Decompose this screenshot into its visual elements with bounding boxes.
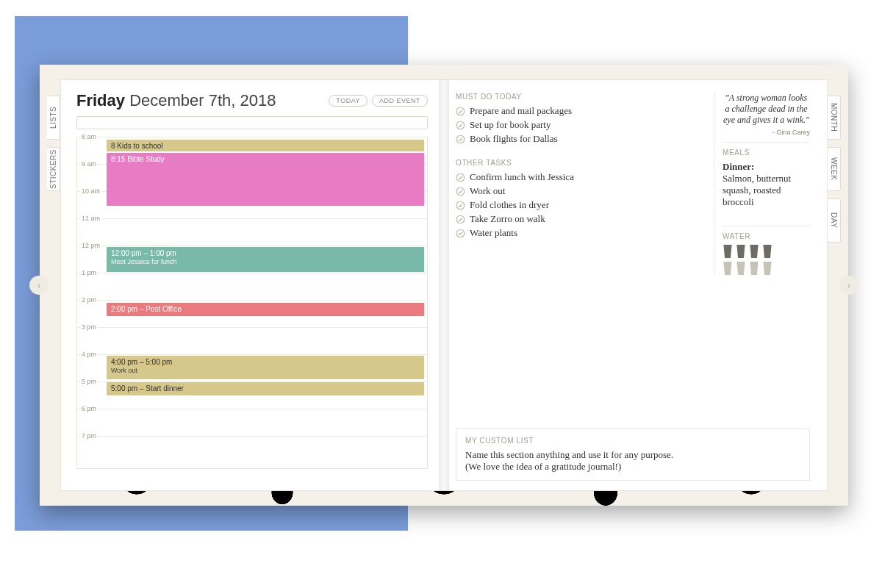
task-item[interactable]: Confirm lunch with Jessica xyxy=(456,171,704,183)
water-cup-icon[interactable] xyxy=(736,245,746,258)
task-item[interactable]: Set up for book party xyxy=(456,119,704,131)
custom-list-title: MY CUSTOM LIST xyxy=(465,437,800,445)
calendar-event-sub: Meet Jessica for lunch xyxy=(111,258,420,266)
task-text: Work out xyxy=(470,185,505,197)
hour-label: 4 pm xyxy=(80,351,98,358)
task-text: Fold clothes in dryer xyxy=(470,199,549,211)
tab-month[interactable]: MONTH xyxy=(828,96,841,140)
today-button[interactable]: TODAY xyxy=(329,95,368,107)
meals-title: MEALS xyxy=(723,148,810,157)
calendar-event-sub: Work out xyxy=(111,367,420,375)
task-item[interactable]: Take Zorro on walk xyxy=(456,213,704,225)
water-title: WATER xyxy=(723,232,810,240)
task-item[interactable]: Water plants xyxy=(456,227,704,239)
water-cup-icon[interactable] xyxy=(736,262,746,275)
task-text: Set up for book party xyxy=(470,119,551,131)
add-event-button[interactable]: ADD EVENT xyxy=(372,95,428,107)
meals-text: Salmon, butternut squash, roasted brocco… xyxy=(723,173,810,208)
calendar-event[interactable]: 12:00 pm – 1:00 pmMeet Jessica for lunch xyxy=(107,247,424,272)
water-cup-icon[interactable] xyxy=(749,245,759,258)
daily-quote: "A strong woman looks a challenge dead i… xyxy=(723,93,810,126)
tab-lists[interactable]: LISTS xyxy=(47,96,60,140)
calendar-event[interactable]: 8:15 Bible Study xyxy=(107,153,424,206)
page-date-rest: December 7th, 2018 xyxy=(129,91,276,110)
next-page-button[interactable]: › xyxy=(839,276,858,295)
check-icon[interactable] xyxy=(456,173,465,182)
task-text: Water plants xyxy=(470,227,517,239)
check-icon[interactable] xyxy=(456,135,465,144)
calendar-event[interactable]: 4:00 pm – 5:00 pmWork out xyxy=(107,356,424,379)
task-item[interactable]: Book flights for Dallas xyxy=(456,133,704,145)
must-do-list: Prepare and mail packagesSet up for book… xyxy=(456,105,704,145)
day-schedule[interactable]: 8 am9 am10 am11 am12 pm1 pm2 pm3 pm4 pm5… xyxy=(76,137,428,469)
check-icon[interactable] xyxy=(456,215,465,224)
tab-day[interactable]: DAY xyxy=(828,198,841,243)
water-cup-icon[interactable] xyxy=(762,262,772,275)
custom-list-line2: (We love the idea of a gratitude journal… xyxy=(465,461,800,473)
task-item[interactable]: Work out xyxy=(456,185,704,197)
right-page: MUST DO TODAY Prepare and mail packagesS… xyxy=(444,79,828,491)
custom-list-box[interactable]: MY CUSTOM LIST Name this section anythin… xyxy=(456,429,810,481)
task-text: Book flights for Dallas xyxy=(470,133,558,145)
calendar-event[interactable]: 5:00 pm – Start dinner xyxy=(107,382,424,395)
task-item[interactable]: Fold clothes in dryer xyxy=(456,199,704,211)
hour-label: 10 am xyxy=(80,187,101,195)
planner-book: ‹ › LISTS STICKERS MONTH WEEK DAY Friday… xyxy=(40,65,848,506)
left-page: Friday December 7th, 2018 TODAY ADD EVEN… xyxy=(60,79,444,491)
hour-label: 11 am xyxy=(80,215,101,222)
hour-label: 7 pm xyxy=(80,432,98,440)
prev-page-button[interactable]: ‹ xyxy=(29,276,49,295)
task-text: Prepare and mail packages xyxy=(470,105,572,117)
calendar-event[interactable]: 8 Kids to school xyxy=(107,140,424,151)
events-layer: 8 Kids to school8:15 Bible Study12:00 pm… xyxy=(107,137,424,468)
check-icon[interactable] xyxy=(456,121,465,130)
check-icon[interactable] xyxy=(456,187,465,196)
page-date: Friday December 7th, 2018 xyxy=(76,91,276,110)
water-tracker[interactable] xyxy=(723,245,810,275)
search-input[interactable] xyxy=(76,116,428,129)
hour-label: 5 pm xyxy=(80,378,98,385)
meals-label: Dinner: xyxy=(723,161,810,173)
hour-label: 2 pm xyxy=(80,296,98,304)
other-tasks-list: Confirm lunch with JessicaWork outFold c… xyxy=(456,171,704,239)
quote-citation: - Gina Carey xyxy=(723,129,810,136)
tab-stickers[interactable]: STICKERS xyxy=(47,147,60,191)
check-icon[interactable] xyxy=(456,201,465,210)
hour-label: 12 pm xyxy=(80,242,101,249)
other-tasks-title: OTHER TASKS xyxy=(456,159,704,167)
hour-label: 8 am xyxy=(80,133,98,140)
calendar-event[interactable]: 2:00 pm – Post Office xyxy=(107,303,424,316)
hour-label: 9 am xyxy=(80,160,98,168)
custom-list-line1: Name this section anything and use it fo… xyxy=(465,449,800,461)
hour-label: 3 pm xyxy=(80,323,98,331)
must-do-title: MUST DO TODAY xyxy=(456,93,704,101)
page-day-name: Friday xyxy=(76,91,125,110)
check-icon[interactable] xyxy=(456,107,465,116)
check-icon[interactable] xyxy=(456,229,465,238)
task-item[interactable]: Prepare and mail packages xyxy=(456,105,704,117)
task-text: Take Zorro on walk xyxy=(470,213,545,225)
tab-week[interactable]: WEEK xyxy=(828,147,841,191)
task-text: Confirm lunch with Jessica xyxy=(470,171,574,183)
water-cup-icon[interactable] xyxy=(723,245,733,258)
planner-pages: LISTS STICKERS MONTH WEEK DAY Friday Dec… xyxy=(60,79,828,491)
water-cup-icon[interactable] xyxy=(762,245,772,258)
water-cup-icon[interactable] xyxy=(749,262,759,275)
hour-label: 6 pm xyxy=(80,405,98,412)
water-cup-icon[interactable] xyxy=(723,262,733,275)
hour-label: 1 pm xyxy=(80,269,98,276)
